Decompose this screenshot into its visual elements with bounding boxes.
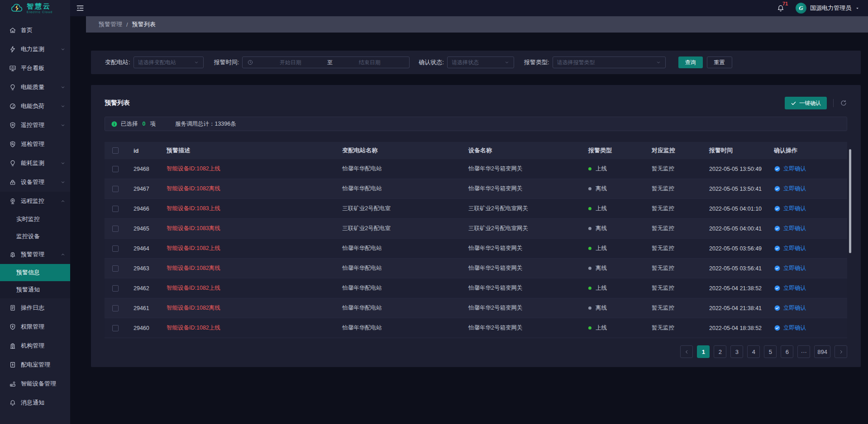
confirm-action-label: 立即确认 bbox=[783, 264, 806, 272]
confirm-action-link[interactable]: 立即确认 bbox=[774, 205, 847, 212]
ellipsis-button[interactable]: ··· bbox=[797, 345, 810, 358]
sidebar-subitem[interactable]: 实时监控 bbox=[0, 211, 70, 228]
sidebar-item[interactable]: 遥控管理 bbox=[0, 116, 70, 135]
row-checkbox[interactable] bbox=[112, 325, 119, 331]
page-button[interactable]: 6 bbox=[781, 345, 793, 358]
time-range-picker[interactable]: 至 bbox=[242, 57, 410, 68]
breadcrumb-section[interactable]: 预警管理 bbox=[99, 20, 122, 28]
user-menu[interactable]: G 国源电力管理员 bbox=[796, 3, 860, 14]
sidebar-subitem[interactable]: 预警信息 bbox=[0, 264, 70, 281]
monitor-status[interactable]: 暂无监控 bbox=[652, 165, 709, 173]
confirm-action-link[interactable]: 立即确认 bbox=[774, 284, 847, 292]
panel-header: 预警列表 一键确认 bbox=[105, 96, 847, 110]
confirm-action-link[interactable]: 立即确认 bbox=[774, 185, 847, 193]
sidebar-item[interactable]: 消息通知 bbox=[0, 393, 70, 412]
monitor-status[interactable]: 暂无监控 bbox=[652, 245, 709, 252]
page-button[interactable]: 4 bbox=[747, 345, 760, 358]
monitor-status[interactable]: 暂无监控 bbox=[652, 185, 709, 193]
alarm-type-label: 离线 bbox=[596, 264, 607, 272]
station-select[interactable] bbox=[134, 57, 204, 68]
status-select[interactable] bbox=[447, 57, 514, 68]
check-circle-icon bbox=[774, 185, 781, 192]
end-date-input[interactable] bbox=[334, 59, 405, 66]
notification-bell-button[interactable]: 71 bbox=[777, 4, 785, 12]
sidebar-item[interactable]: 设备管理 bbox=[0, 173, 70, 192]
sidebar-subitem[interactable]: 预警通知 bbox=[0, 281, 70, 298]
row-checkbox[interactable] bbox=[112, 186, 119, 192]
monitor-status[interactable]: 暂无监控 bbox=[652, 225, 709, 232]
select-all-checkbox[interactable] bbox=[112, 147, 119, 154]
alarm-type-label: 上线 bbox=[596, 205, 607, 212]
confirm-action-link[interactable]: 立即确认 bbox=[774, 324, 847, 332]
chevron-down-icon bbox=[60, 122, 66, 128]
row-checkbox-cell bbox=[105, 285, 126, 292]
sidebar-item[interactable]: 远程监控 bbox=[0, 192, 70, 211]
check-circle-icon bbox=[774, 285, 781, 292]
status-dot-online bbox=[588, 287, 591, 290]
monitor-status[interactable]: 暂无监控 bbox=[652, 284, 709, 292]
type-select[interactable] bbox=[553, 57, 666, 68]
table-scrollbar[interactable] bbox=[849, 149, 851, 253]
selected-suffix: 项 bbox=[150, 120, 156, 128]
chevron-down-icon bbox=[60, 104, 66, 109]
refresh-icon[interactable] bbox=[840, 99, 847, 107]
sidebar-item[interactable]: 预警管理 bbox=[0, 245, 70, 264]
confirm-action-link[interactable]: 立即确认 bbox=[774, 165, 847, 173]
sidebar-item[interactable]: 配电室管理 bbox=[0, 355, 70, 374]
prev-page-button[interactable] bbox=[680, 345, 693, 358]
sidebar-item[interactable]: 操作日志 bbox=[0, 298, 70, 317]
type-select-input[interactable] bbox=[557, 59, 653, 66]
confirm-action-link[interactable]: 立即确认 bbox=[774, 225, 847, 232]
sidebar-item[interactable]: 平台看板 bbox=[0, 59, 70, 78]
page-button[interactable]: 1 bbox=[697, 345, 710, 358]
table-body: 29468智能设备ID:1082上线怡馨年华配电站怡馨年华2号箱变网关上线暂无监… bbox=[105, 159, 847, 338]
app-logo: 智慧云 Electric Cloud bbox=[0, 0, 70, 16]
alarm-type-label: 离线 bbox=[596, 185, 607, 193]
station-select-input[interactable] bbox=[138, 59, 191, 66]
row-checkbox[interactable] bbox=[112, 285, 119, 292]
alarm-time: 2022-05-05 13:50:49 bbox=[709, 166, 774, 172]
monitor-status[interactable]: 暂无监控 bbox=[652, 324, 709, 332]
row-checkbox[interactable] bbox=[112, 305, 119, 311]
row-checkbox[interactable] bbox=[112, 206, 119, 212]
sidebar-item[interactable]: 电能负荷 bbox=[0, 97, 70, 116]
sidebar-item[interactable]: 电能质量 bbox=[0, 78, 70, 97]
monitor-status[interactable]: 暂无监控 bbox=[652, 304, 709, 312]
status-dot-offline bbox=[588, 306, 591, 310]
check-circle-icon bbox=[774, 245, 781, 252]
sidebar-item[interactable]: 电力监测 bbox=[0, 40, 70, 59]
sidebar-item[interactable]: 首页 bbox=[0, 21, 70, 40]
search-button[interactable]: 查询 bbox=[678, 57, 703, 68]
confirm-action-link[interactable]: 立即确认 bbox=[774, 264, 847, 272]
page-button[interactable]: 5 bbox=[764, 345, 777, 358]
sidebar-item[interactable]: 权限管理 bbox=[0, 317, 70, 336]
row-checkbox[interactable] bbox=[112, 166, 119, 172]
sidebar-item[interactable]: 巡检管理 bbox=[0, 135, 70, 154]
page-button[interactable]: 3 bbox=[730, 345, 743, 358]
alert-id: 29463 bbox=[126, 265, 158, 272]
status-select-input[interactable] bbox=[452, 59, 501, 66]
row-checkbox[interactable] bbox=[112, 245, 119, 252]
monitor-status[interactable]: 暂无监控 bbox=[652, 205, 709, 212]
sidebar-subitem[interactable]: 监控设备 bbox=[0, 228, 70, 245]
menu-fold-icon[interactable] bbox=[76, 4, 85, 13]
page-button[interactable]: 2 bbox=[714, 345, 726, 358]
next-page-button[interactable] bbox=[835, 345, 847, 358]
panel-title: 预警列表 bbox=[105, 99, 130, 107]
table-row: 29463智能设备ID:1082离线怡馨年华配电站怡馨年华2号箱变网关离线暂无监… bbox=[105, 259, 847, 278]
sidebar-item[interactable]: 机构管理 bbox=[0, 336, 70, 355]
reset-button[interactable]: 重置 bbox=[707, 57, 732, 68]
row-checkbox[interactable] bbox=[112, 226, 119, 232]
alarm-time: 2022-05-05 03:56:49 bbox=[709, 245, 774, 252]
page-button[interactable]: 894 bbox=[814, 345, 830, 358]
confirm-action-link[interactable]: 立即确认 bbox=[774, 304, 847, 312]
sidebar-item[interactable]: 能耗监测 bbox=[0, 154, 70, 173]
sidebar-item[interactable]: 智能设备管理 bbox=[0, 374, 70, 393]
confirm-all-button[interactable]: 一键确认 bbox=[785, 97, 827, 109]
start-date-input[interactable] bbox=[255, 59, 325, 66]
row-checkbox[interactable] bbox=[112, 265, 119, 272]
sidebar-item-label: 首页 bbox=[21, 26, 66, 34]
monitor-status[interactable]: 暂无监控 bbox=[652, 264, 709, 272]
confirm-action-link[interactable]: 立即确认 bbox=[774, 245, 847, 252]
confirm-action-label: 立即确认 bbox=[783, 185, 806, 193]
